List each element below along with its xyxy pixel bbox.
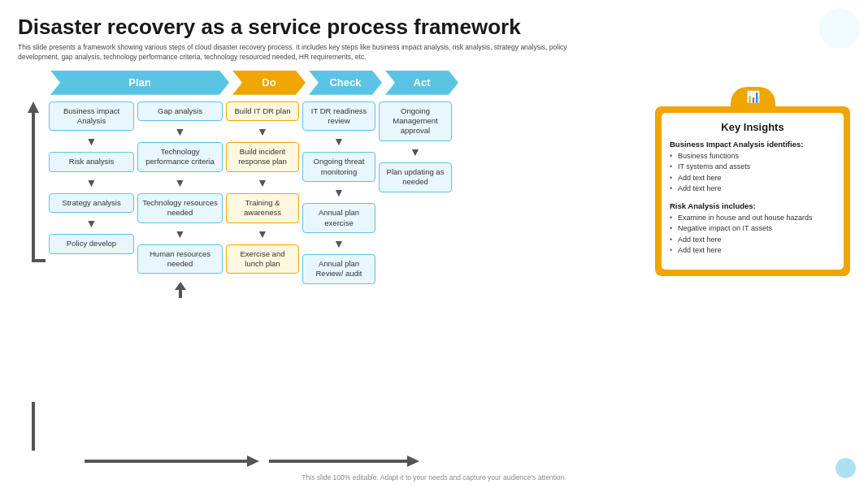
phase-headers: Plan Do Check Act (50, 71, 647, 95)
page-title: Disaster recovery as a service process f… (18, 15, 850, 40)
box-training: Training & awareness (226, 193, 299, 223)
main-content: Plan Do Check Act (18, 71, 850, 469)
list-item: Add text here (670, 173, 835, 184)
insights-list2: Examine in house and out house hazards N… (670, 213, 835, 257)
bracket-svg (21, 101, 46, 451)
arrow4: ▼ (175, 126, 186, 137)
list-item: Examine in house and out house hazards (670, 213, 835, 224)
clipboard-inner: Key Insights Business Impact Analysis id… (662, 113, 844, 270)
plan-col1: Business impact Analysis ▼ Risk analysis… (49, 101, 134, 451)
framework-area: Plan Do Check Act (18, 71, 647, 469)
svg-rect-6 (85, 460, 247, 463)
phase-plan: Plan (50, 71, 229, 95)
chart-icon: 📊 (746, 90, 760, 103)
box-risk-analysis: Risk analysis (49, 152, 134, 171)
phase-do: Do (232, 71, 306, 95)
list-item: Add text here (670, 184, 835, 195)
insights-list1: Business functions IT systems and assets… (670, 151, 835, 195)
arrow7: ▼ (257, 126, 268, 137)
list-item: IT systems and assets (670, 162, 835, 173)
left-bracket (18, 101, 49, 451)
arrow6: ▼ (175, 228, 186, 240)
arrow5: ▼ (175, 177, 186, 188)
box-annual-review: Annual plan Review/ audit (302, 254, 375, 284)
arrow3: ▼ (86, 218, 98, 229)
phase-check: Check (309, 71, 382, 95)
page-subtitle: This slide presents a framework showing … (18, 43, 587, 63)
arrow8: ▼ (257, 177, 268, 188)
box-ongoing-mgmt: Ongoing Management approval (379, 101, 452, 141)
list-item: Business functions (670, 151, 835, 162)
arrow9: ▼ (257, 228, 268, 240)
box-build-itdr: Build IT DR plan (226, 101, 299, 121)
bottom-left-arrow (85, 454, 259, 469)
slide: Disaster recovery as a service process f… (0, 0, 868, 488)
box-strategy: Strategy analysis (49, 193, 134, 213)
box-itdr-review: IT DR readiness review (302, 101, 375, 132)
right-panel: 📊 Key Insights Business Impact Analysis … (655, 71, 850, 469)
clipboard-container: 📊 Key Insights Business Impact Analysis … (655, 87, 850, 276)
box-business-impact: Business impact Analysis (49, 101, 134, 132)
corner-decoration2 (835, 458, 856, 478)
box-incident: Build incident response plan (226, 142, 299, 172)
footer-text: This slide 100% editable. Adapt it to yo… (302, 473, 566, 482)
corner-decoration (819, 8, 860, 49)
list-item: Negative impact on IT assets (670, 223, 835, 235)
svg-marker-5 (175, 282, 186, 290)
arrow11: ▼ (333, 187, 345, 198)
svg-marker-9 (407, 456, 419, 467)
box-exercise: Exercise and lunch plan (226, 244, 299, 274)
check-col: IT DR readiness review ▼ Ongoing threat … (302, 101, 375, 451)
columns-container: Business impact Analysis ▼ Risk analysis… (49, 101, 647, 451)
insights-section2-title: Risk Analysis includes: (670, 201, 835, 210)
bottom-right-arrow (269, 454, 419, 469)
insights-title: Key Insights (670, 121, 835, 133)
insights-section1-title: Business Impact Analysis identifies: (670, 140, 835, 149)
list-item: Add text here (670, 245, 835, 257)
arrow12: ▼ (333, 238, 345, 249)
bottom-arrows (50, 454, 647, 469)
arrow2: ▼ (86, 177, 98, 188)
clipboard: Key Insights Business Impact Analysis id… (655, 106, 850, 276)
svg-rect-3 (32, 402, 35, 451)
svg-rect-2 (32, 259, 46, 262)
list-item: Add text here (670, 235, 835, 246)
box-gap: Gap analysis (137, 101, 223, 121)
up-arrow-svg (168, 282, 193, 298)
clipboard-tab: 📊 (731, 87, 775, 107)
arrow13: ▼ (410, 146, 421, 158)
arrow10: ▼ (333, 136, 345, 147)
box-annual-plan: Annual plan exercise (302, 203, 375, 233)
box-plan-update: Plan updating as needed (379, 162, 452, 192)
svg-rect-1 (32, 113, 35, 259)
box-tech-perf: Technology performance criteria (137, 142, 223, 172)
box-human-res: Human resources needed (137, 244, 223, 274)
arrow1: ▼ (86, 136, 98, 147)
box-tech-res: Technology resources needed (137, 193, 223, 223)
plan-col2: Gap analysis ▼ Technology performance cr… (137, 101, 223, 451)
box-threat: Ongoing threat monitoring (302, 152, 375, 182)
phase-act: Act (385, 71, 458, 95)
do-col: Build IT DR plan ▼ Build incident respon… (226, 101, 299, 451)
svg-rect-8 (269, 460, 407, 463)
box-policy: Policy develop (49, 234, 134, 253)
up-arrow-plan (168, 282, 193, 298)
act-col: Ongoing Management approval ▼ Plan updat… (379, 101, 452, 451)
svg-marker-7 (247, 456, 259, 467)
svg-marker-0 (28, 101, 39, 113)
